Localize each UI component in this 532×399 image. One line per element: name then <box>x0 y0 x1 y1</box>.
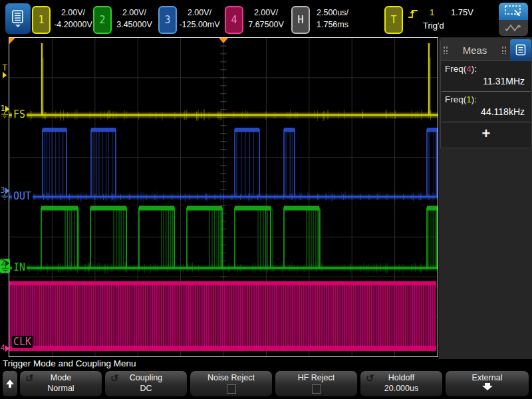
add-measurement-button[interactable]: + <box>441 122 531 148</box>
menu-back-button[interactable] <box>3 371 17 396</box>
trigger-source: 1 <box>430 7 434 17</box>
waveform-drag-icon <box>504 22 523 34</box>
channel-4-offset: 7.67500V <box>242 19 290 31</box>
hf-reject-checkbox[interactable] <box>312 384 321 394</box>
channel-3-ground-marker[interactable]: 3 <box>0 187 9 200</box>
trace-label-fs: FS <box>12 108 27 120</box>
noise-reject-checkbox[interactable] <box>227 384 236 394</box>
delay-reference-marker <box>9 38 15 44</box>
drag-grip-icon[interactable] <box>501 46 507 54</box>
channel-3-info[interactable]: 2.00V/ -125.00mV <box>176 7 223 31</box>
trigger-level-arrow-icon <box>3 72 7 78</box>
measurements-title: Meas <box>450 45 499 56</box>
trace-label-out: OUT <box>12 190 33 202</box>
channel-4-info[interactable]: 2.00V/ 7.67500V <box>242 7 290 31</box>
channel-1-ground-marker[interactable]: 1 <box>0 105 9 118</box>
trigger-level-marker[interactable]: T <box>0 65 9 78</box>
ch4-level-arrow-icon <box>5 345 9 352</box>
softkey-external[interactable]: External <box>446 371 529 396</box>
channel-4-level-marker[interactable]: 4 <box>0 344 9 352</box>
rotate-knob-icon: ↺ <box>25 372 34 384</box>
drag-grip-icon[interactable] <box>443 46 448 54</box>
channel-4-reference: 4 <box>466 64 471 74</box>
channel-3-badge[interactable]: 3 <box>158 6 177 34</box>
horizontal-badge[interactable]: H <box>291 6 310 34</box>
ch2-level-arrow-icon <box>5 260 9 267</box>
softkey-hf-reject[interactable]: HF Reject <box>275 371 357 396</box>
menu-document-icon <box>11 10 25 27</box>
timebase-scale: 2.500us/ <box>309 7 356 19</box>
channel-2-badge[interactable]: 2 <box>93 6 112 34</box>
ground-icon <box>1 112 9 118</box>
softkey-noise-reject[interactable]: Noise Reject <box>190 371 272 396</box>
freq1-value: 44.118kHz <box>445 104 527 120</box>
oscilloscope-screen: 1 2.00V/ -4.20000V 2 2.00V/ 3.45000V 3 2… <box>0 0 532 399</box>
menu-status-text: Trigger Mode and Coupling Menu <box>3 358 136 368</box>
softkey-mode[interactable]: ↺ Mode Normal <box>20 371 102 396</box>
ch3-level-arrow-icon <box>5 188 9 194</box>
trace-label-in: IN <box>12 261 27 273</box>
channel-1-badge[interactable]: 1 <box>32 6 51 34</box>
ground-icon <box>1 267 9 273</box>
measurement-row-freq1[interactable]: Freq(1): 44.118kHz <box>441 92 531 122</box>
channel-1-info[interactable]: 2.00V/ -4.20000V <box>49 7 97 31</box>
freq4-value: 11.31MHz <box>445 74 527 90</box>
up-arrow-icon <box>6 380 14 388</box>
waveform-drag-button[interactable] <box>499 20 528 36</box>
channel-2-info[interactable]: 2.00V/ 3.45000V <box>110 7 158 31</box>
down-arrow-icon <box>446 383 529 390</box>
channel-1-scale: 2.00V/ <box>49 7 97 19</box>
trigger-position-marker[interactable] <box>219 38 228 43</box>
main-menu-button[interactable] <box>5 3 31 34</box>
zoom-select-icon <box>504 5 523 18</box>
channel-1-reference: 1 <box>466 94 471 104</box>
channel-4-badge[interactable]: 4 <box>225 6 243 34</box>
timebase-info[interactable]: 2.500us/ 1.756ms <box>309 7 356 31</box>
trace-label-clk: CLK <box>12 336 33 348</box>
measurement-row-freq4[interactable]: Freq(4): 11.31MHz <box>441 61 531 91</box>
channel-3-offset: -125.00mV <box>176 19 223 31</box>
zoom-select-button[interactable] <box>499 3 528 20</box>
channel-2-offset: 3.45000V <box>110 19 158 31</box>
waveform-display[interactable]: FS OUT IN CLK <box>9 37 438 357</box>
waveform-traces <box>9 38 438 356</box>
channel-2-scale: 2.00V/ <box>110 7 158 19</box>
measurements-card: Meas Freq(4): 11.31MHz Freq(1): <box>440 39 532 148</box>
rotate-knob-icon: ↺ <box>366 372 374 384</box>
measurements-card-header[interactable]: Meas <box>441 39 531 61</box>
measurements-menu-button[interactable] <box>510 39 531 61</box>
trigger-badge[interactable]: T <box>384 6 403 34</box>
softkey-coupling[interactable]: ↺ Coupling DC <box>105 371 187 396</box>
channel-2-ground-marker-selected[interactable]: 2 <box>0 259 10 273</box>
channel-4-scale: 2.00V/ <box>242 7 290 19</box>
channel-3-scale: 2.00V/ <box>176 7 223 19</box>
softkey-holdoff[interactable]: ↺ Holdoff 20.000us <box>360 371 442 396</box>
ground-icon <box>1 194 9 200</box>
trigger-level: 1.75V <box>451 7 473 17</box>
rising-edge-icon <box>407 8 419 20</box>
timebase-delay: 1.756ms <box>309 19 356 31</box>
channel-1-offset: -4.20000V <box>49 19 97 31</box>
ch1-level-arrow-icon <box>5 106 9 112</box>
list-icon <box>515 44 526 56</box>
rotate-knob-icon: ↺ <box>110 372 119 384</box>
trigger-status: Trig'd <box>423 21 444 31</box>
side-panel: Meas Freq(4): 11.31MHz Freq(1): <box>439 37 532 359</box>
